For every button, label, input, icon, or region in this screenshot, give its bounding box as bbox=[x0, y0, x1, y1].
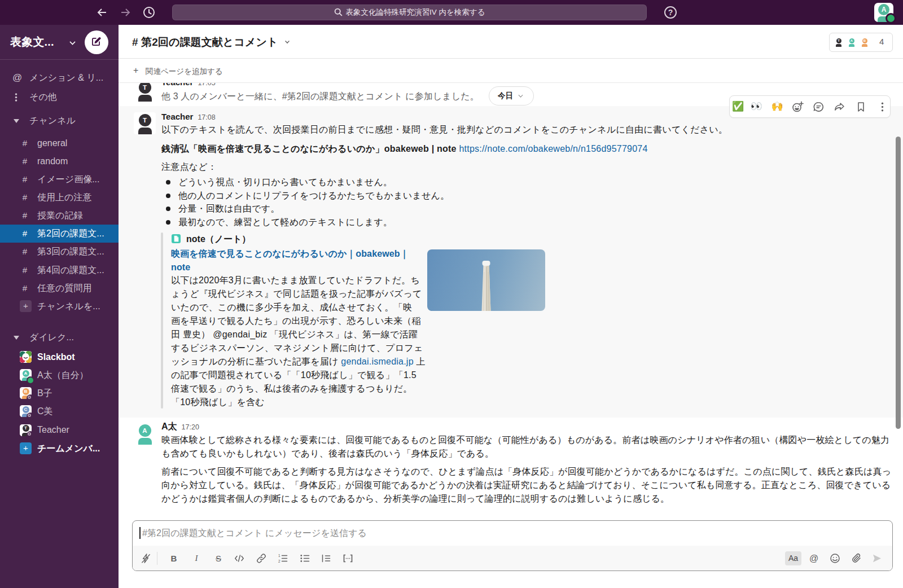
svg-text:2: 2 bbox=[278, 559, 280, 563]
svg-text:1: 1 bbox=[278, 554, 280, 558]
